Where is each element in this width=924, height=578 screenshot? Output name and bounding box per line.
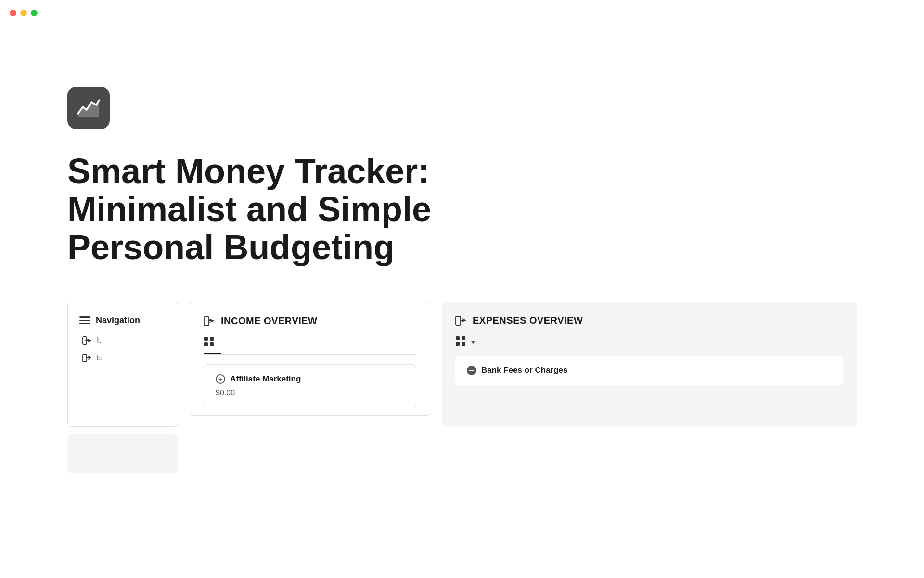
svg-rect-14 xyxy=(456,342,460,346)
income-tab-separator xyxy=(204,354,416,355)
svg-rect-10 xyxy=(456,316,461,325)
income-card-header: INCOME OVERVIEW xyxy=(204,315,416,327)
svg-rect-6 xyxy=(204,337,208,341)
nav-title-label: Navigation xyxy=(96,315,140,326)
exit-icon xyxy=(81,353,92,363)
nav-item-expenses[interactable]: E xyxy=(81,353,166,363)
income-tab-bar xyxy=(204,336,416,355)
svg-rect-12 xyxy=(456,336,460,340)
cards-row: Navigation I. xyxy=(67,302,857,473)
nav-sub-card xyxy=(67,434,178,473)
expenses-grid-icon[interactable] xyxy=(455,336,466,348)
svg-rect-2 xyxy=(83,354,87,362)
income-item-value: $0.00 xyxy=(216,389,235,397)
expenses-card-header: EXPENSES OVERVIEW xyxy=(455,315,843,326)
svg-rect-8 xyxy=(204,342,208,346)
svg-rect-9 xyxy=(210,342,214,346)
expenses-card-title: EXPENSES OVERVIEW xyxy=(473,315,583,326)
hamburger-line-2 xyxy=(79,320,90,321)
plus-circle-icon: + xyxy=(216,374,225,384)
income-item-name: Affiliate Marketing xyxy=(230,374,301,384)
minus-circle-icon xyxy=(467,366,476,375)
svg-rect-15 xyxy=(462,342,465,346)
svg-rect-7 xyxy=(210,337,214,341)
income-tabs xyxy=(204,336,416,353)
expenses-item-bank-fees: Bank Fees or Charges xyxy=(455,356,843,385)
nav-item-income-label: I. xyxy=(97,336,101,345)
nav-item-income[interactable]: I. xyxy=(81,335,166,346)
nav-card-title: Navigation xyxy=(79,315,166,326)
expenses-card: EXPENSES OVERVIEW ▼ Bank F xyxy=(442,302,857,427)
minimize-button[interactable] xyxy=(20,10,27,16)
svg-rect-4 xyxy=(204,317,209,326)
nav-item-expenses-label: E xyxy=(97,353,102,363)
hamburger-line-3 xyxy=(79,323,90,324)
expenses-item-header: Bank Fees or Charges xyxy=(467,366,832,375)
expenses-header-icon xyxy=(455,315,466,326)
navigation-card: Navigation I. xyxy=(67,302,178,427)
income-header-icon xyxy=(204,315,214,326)
income-card-title: INCOME OVERVIEW xyxy=(221,315,318,327)
expenses-tab-row: ▼ xyxy=(455,336,843,348)
chevron-down-icon[interactable]: ▼ xyxy=(470,338,476,346)
chart-icon xyxy=(76,95,101,120)
login-icon xyxy=(81,335,92,346)
traffic-lights xyxy=(10,10,38,16)
page-title: Smart Money Tracker: Minimalist and Simp… xyxy=(67,152,500,267)
nav-card-items: I. E xyxy=(79,335,166,363)
income-item-affiliate-marketing: + Affiliate Marketing $0.00 xyxy=(204,364,416,407)
income-card: INCOME OVERVIEW xyxy=(190,302,430,416)
page-content: Smart Money Tracker: Minimalist and Simp… xyxy=(0,0,924,512)
income-tab-grid-icon[interactable] xyxy=(204,336,214,353)
svg-rect-13 xyxy=(462,336,465,340)
hamburger-icon xyxy=(79,316,90,324)
income-item-header: + Affiliate Marketing xyxy=(216,374,404,384)
hamburger-line-1 xyxy=(79,316,90,318)
app-icon xyxy=(67,87,110,129)
close-button[interactable] xyxy=(10,10,16,16)
app-icon-wrapper xyxy=(67,87,857,129)
maximize-button[interactable] xyxy=(31,10,38,16)
expenses-item-name: Bank Fees or Charges xyxy=(481,366,568,375)
